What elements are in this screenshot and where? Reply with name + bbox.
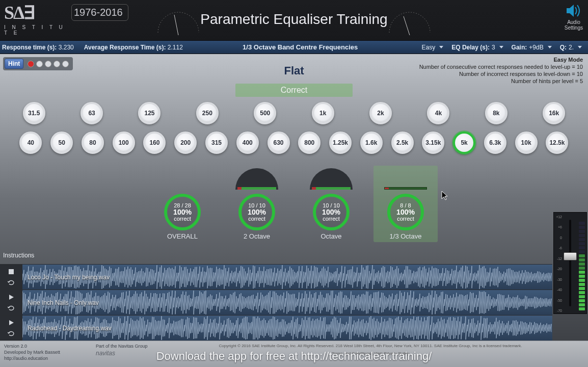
status-bar: Response time (s): 3.230 Average Respons… [0, 41, 588, 54]
meter-tick: -12 [557, 256, 562, 260]
app-title: Parametric Equaliser Training [0, 11, 588, 28]
app-header: S∆∃ I N S T I T U T E 1976-2016 Parametr… [0, 0, 588, 41]
meter-tick: -70 [557, 309, 562, 312]
score-gauges: 28 / 28 100% correct OVERALL 10 / 10 100… [0, 168, 588, 240]
meter-tick: -6 [559, 246, 562, 250]
track-name: Loco Jo - Touch my being.wav [28, 274, 110, 281]
track-list: Loco Jo - Touch my being.wav Nine Inch N… [0, 264, 552, 340]
output-meter: +12+60-6-12-20-30-40-50-70 [553, 212, 587, 314]
meter-tick: -20 [557, 267, 562, 271]
frequency-buttons: 31.5631252505001k2k4k8k16k 4050801001602… [0, 102, 588, 161]
footer: Version 2.0 Developed by Mark Bassett ht… [0, 340, 588, 367]
waveform[interactable]: Radiohead - Daydreaming.wav [22, 316, 552, 340]
freq-button-1k[interactable]: 1k [312, 102, 334, 124]
freq-button-2k[interactable]: 2k [369, 102, 392, 124]
freq-button-50[interactable]: 50 [50, 132, 73, 154]
speaker-icon [565, 3, 583, 18]
track-row: Loco Jo - Touch my being.wav [0, 264, 552, 290]
meter-tick: +12 [556, 215, 562, 219]
footer-links[interactable]: Terms and Conditions | Web Privacy Polic… [157, 351, 584, 356]
version-label: Version 2.0 [4, 343, 96, 349]
meter-tick: -40 [557, 288, 562, 292]
freq-button-10k[interactable]: 10k [515, 132, 538, 154]
track-name: Radiohead - Daydreaming.wav [28, 325, 112, 332]
track-name: Nine Inch Nails - Only.wav [28, 299, 99, 306]
freq-button-1.25k[interactable]: 1.25k [329, 132, 352, 154]
response-time: Response time (s): 3.230 [2, 44, 74, 51]
freq-button-40[interactable]: 40 [19, 132, 42, 154]
gauge-overall: 28 / 28 100% correct OVERALL [155, 168, 209, 240]
track-row: Nine Inch Nails - Only.wav [0, 290, 552, 315]
instructions-label[interactable]: Instructions [3, 252, 34, 259]
copyright-text: Copyright © 2016 SAE Institute Group, In… [157, 343, 584, 349]
freq-button-4k[interactable]: 4k [427, 102, 449, 124]
audio-settings-button[interactable]: AudioSettings [565, 3, 583, 31]
freq-button-630[interactable]: 630 [268, 132, 290, 154]
freq-button-6.3k[interactable]: 6.3k [484, 132, 506, 154]
audio-education-link[interactable]: http://audio.education [4, 355, 96, 361]
freq-button-400[interactable]: 400 [236, 132, 259, 154]
gain-dropdown[interactable]: Gain: +9dB [507, 44, 556, 51]
difficulty-dropdown[interactable]: Easy [418, 44, 448, 51]
freq-button-500[interactable]: 500 [254, 102, 276, 124]
freq-button-1.6k[interactable]: 1.6k [360, 132, 383, 154]
q-dropdown[interactable]: Q: 2. [556, 44, 586, 51]
freq-button-5k[interactable]: 5k [453, 132, 475, 154]
mode-title: 1/3 Octave Band Centre Frequencies [183, 43, 418, 51]
waveform[interactable]: Loco Jo - Touch my being.wav [22, 265, 552, 290]
output-fader[interactable] [563, 213, 577, 313]
avg-response-time: Average Response Time (s): 2.112 [84, 44, 183, 51]
freq-button-12.5k[interactable]: 12.5k [546, 132, 568, 154]
freq-button-80[interactable]: 80 [82, 132, 104, 154]
freq-button-125[interactable]: 125 [138, 102, 161, 124]
loop-icon[interactable] [8, 279, 15, 286]
loop-icon[interactable] [8, 304, 15, 311]
eq-state-label: Flat [0, 64, 588, 77]
chevron-down-icon [578, 46, 582, 48]
play-icon[interactable] [8, 294, 15, 301]
freq-button-31.5[interactable]: 31.5 [23, 102, 45, 124]
freq-button-100[interactable]: 100 [113, 132, 135, 154]
freq-button-8k[interactable]: 8k [485, 102, 507, 124]
gauge-third-octave: 8 / 8 100% correct 1/3 Octave [379, 168, 433, 240]
freq-button-3.15k[interactable]: 3.15k [422, 132, 444, 154]
chevron-down-icon [548, 46, 552, 48]
stop-icon[interactable] [8, 268, 15, 275]
meter-tick: -30 [557, 277, 562, 281]
level-meter [577, 213, 586, 313]
gauge-octave: 10 / 10 100% correct Octave [304, 168, 358, 240]
meter-tick: 0 [560, 235, 562, 239]
waveform[interactable]: Nine Inch Nails - Only.wav [22, 290, 552, 315]
mouse-cursor [441, 191, 448, 201]
loop-icon[interactable] [8, 330, 15, 337]
track-row: Radiohead - Daydreaming.wav [0, 315, 552, 340]
play-icon[interactable] [8, 319, 15, 326]
freq-button-800[interactable]: 800 [298, 132, 320, 154]
chevron-down-icon [499, 46, 503, 48]
eq-delay-dropdown[interactable]: EQ Delay (s): 3 [447, 44, 507, 51]
gauge-2-octave: 10 / 10 100% correct 2 Octave [230, 168, 284, 240]
main-panel: Hint Easy Mode Number of consecutive cor… [0, 54, 588, 340]
freq-button-200[interactable]: 200 [174, 132, 197, 154]
meter-tick: +6 [558, 225, 562, 229]
freq-button-2.5k[interactable]: 2.5k [391, 132, 414, 154]
freq-button-250[interactable]: 250 [196, 102, 219, 124]
developer-label: Developed by Mark Bassett [4, 349, 96, 355]
chevron-down-icon [439, 46, 443, 48]
feedback-banner: Correct [235, 84, 353, 97]
navitas-label: Part of the Navitas Group [96, 343, 157, 349]
freq-button-63[interactable]: 63 [81, 102, 103, 124]
svg-rect-2 [9, 269, 14, 274]
freq-button-315[interactable]: 315 [205, 132, 228, 154]
freq-button-16k[interactable]: 16k [543, 102, 565, 124]
freq-button-160[interactable]: 160 [143, 132, 166, 154]
meter-tick: -50 [557, 298, 562, 302]
fader-knob[interactable] [564, 252, 577, 260]
